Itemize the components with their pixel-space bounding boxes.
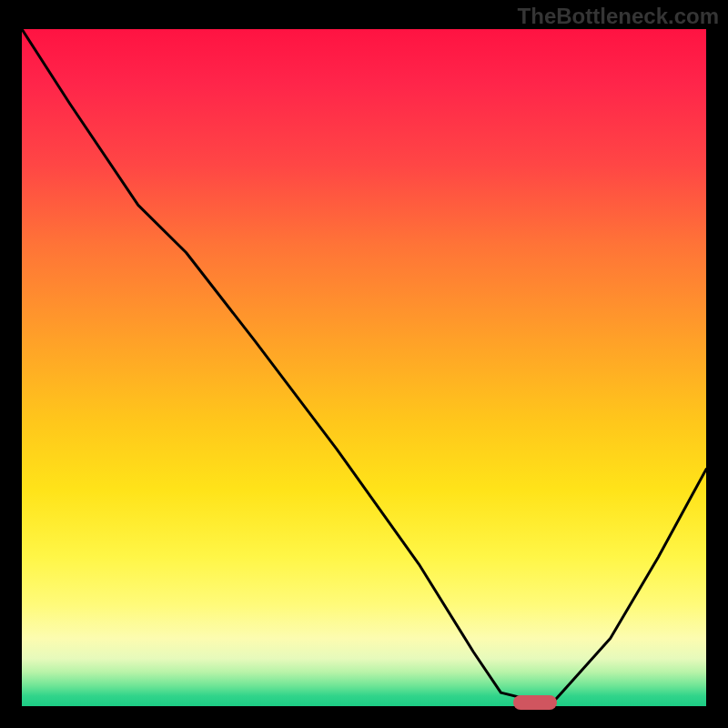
- watermark-text: TheBottleneck.com: [518, 4, 719, 29]
- optimal-marker: [513, 695, 557, 710]
- plot-area: [22, 29, 706, 706]
- curve-svg: [22, 29, 706, 706]
- chart-container: TheBottleneck.com: [0, 0, 728, 728]
- bottleneck-curve: [22, 29, 706, 700]
